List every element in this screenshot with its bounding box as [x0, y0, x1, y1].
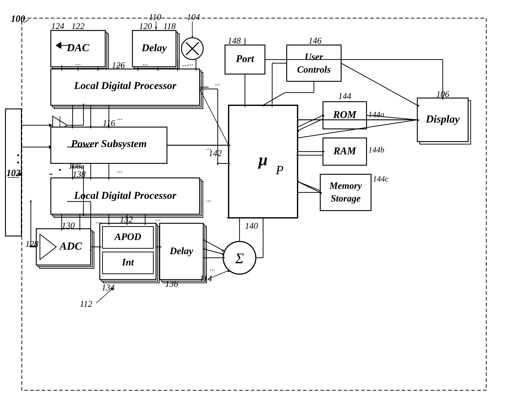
label-120: 120	[139, 21, 152, 31]
svg-text:...: ...	[182, 59, 188, 68]
svg-text:...: ...	[206, 195, 211, 203]
rom-label: ROM	[333, 109, 357, 120]
sigma-label: Σ	[235, 250, 244, 266]
user-controls-label-1: User	[305, 52, 323, 62]
label-130: 130	[62, 221, 75, 230]
svg-text:...: ...	[75, 59, 81, 67]
label-100: 100	[11, 13, 25, 24]
ldp-top-label: Local Digital Processor	[74, 80, 176, 91]
mu-p-sub: P	[276, 163, 284, 177]
svg-text:...: ...	[117, 113, 122, 121]
ram-label: RAM	[333, 145, 357, 157]
display-label: Display	[426, 113, 460, 125]
label-128: 128	[25, 239, 38, 249]
svg-text:•: •	[58, 165, 61, 174]
label-104: 104	[187, 12, 200, 22]
label-134: 134	[102, 283, 115, 292]
svg-text:...: ...	[206, 143, 211, 151]
label-144a: 144a	[368, 110, 384, 119]
svg-text:•: •	[17, 158, 19, 167]
svg-text:...: ...	[142, 59, 148, 67]
dac-label: DAC	[67, 42, 89, 54]
label-118: 118	[163, 21, 176, 31]
label-144: 144	[338, 91, 351, 101]
svg-text:...: ...	[117, 166, 122, 174]
svg-text:...: ...	[117, 59, 123, 68]
mu-p-label: μ	[258, 151, 268, 169]
delay-bottom-label: Delay	[170, 245, 193, 256]
svg-text:...: ...	[95, 217, 101, 225]
label-122: 122	[72, 21, 84, 31]
svg-rect-65	[320, 174, 371, 211]
label-146: 146	[308, 36, 321, 45]
svg-text:...: ...	[215, 79, 220, 87]
label-132: 132	[120, 214, 133, 224]
ldp-bottom-label: Local Digital Processor	[74, 189, 176, 201]
svg-text:...: ...	[155, 214, 161, 222]
svg-text:...: ...	[115, 139, 121, 148]
label-136: 136	[165, 279, 178, 289]
memory-storage-label-1: Memory	[329, 180, 362, 191]
svg-text:...: ...	[210, 264, 215, 272]
label-144b: 144b	[368, 145, 384, 154]
label-112: 112	[80, 299, 92, 309]
label-148: 148	[228, 36, 241, 45]
memory-storage-label-2: Storage	[331, 193, 361, 204]
user-controls-label-2: Controls	[297, 64, 331, 74]
label-140: 140	[245, 221, 258, 231]
apod-label: APOD	[114, 231, 141, 242]
int-label: Int	[122, 257, 134, 268]
port-label: Port	[236, 53, 254, 64]
adc-label: ADC	[59, 240, 82, 252]
svg-text:...: ...	[188, 59, 193, 67]
label-102: 102	[6, 168, 20, 178]
power-subsystem-label: Power Subsystem	[71, 138, 147, 149]
label-124: 124	[51, 21, 64, 31]
label-144c: 144c	[373, 175, 388, 183]
label-110: 110	[149, 12, 161, 22]
svg-rect-67	[287, 45, 341, 81]
delay-top-label: Delay	[142, 42, 167, 54]
